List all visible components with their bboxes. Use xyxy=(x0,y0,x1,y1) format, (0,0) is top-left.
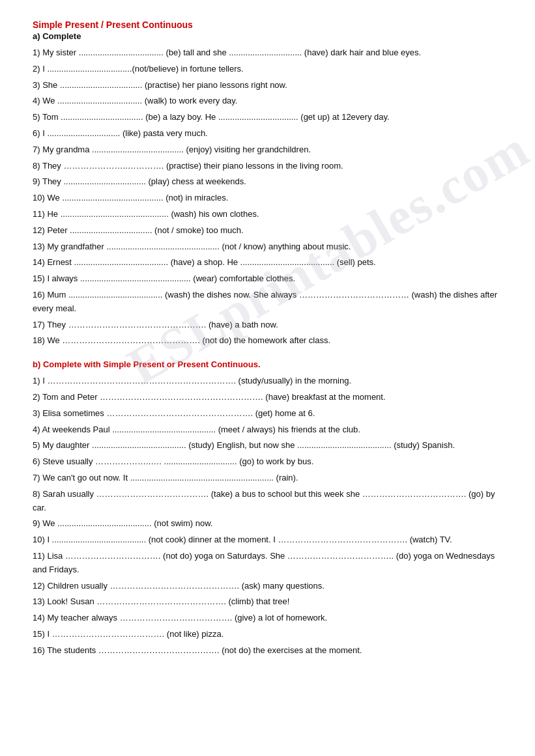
list-item: 12) Children usually ………………………………………. (a… xyxy=(33,580,502,593)
list-item: 2) Tom and Peter …………………………………………………. (h… xyxy=(33,391,502,404)
list-item: 10) I ..................................… xyxy=(33,533,502,547)
list-item: 18) We …………………………………………. (not do) the ho… xyxy=(33,334,502,348)
list-item: 8) Sarah usually …………………………………. (take) a… xyxy=(33,488,502,515)
list-item: 1) My sister ...........................… xyxy=(33,46,502,60)
list-item: 15) I …………………………………. (not like) pizza. xyxy=(33,628,502,641)
list-item: 7) My grandma ..........................… xyxy=(33,143,502,157)
list-item: 16) Mum ................................… xyxy=(33,288,502,316)
list-item: 5) Tom .................................… xyxy=(33,111,502,124)
list-item: 9) We ..................................… xyxy=(33,517,502,531)
section-a-subtitle: a) Complete xyxy=(33,31,502,41)
list-item: 4) We ..................................… xyxy=(33,94,502,108)
list-item: 9) They ................................… xyxy=(33,175,502,189)
list-item: 2) I ...................................… xyxy=(33,63,502,76)
list-item: 6) I ............................... (li… xyxy=(33,127,502,141)
list-item: 17) They …………………………………………. (have) a bath… xyxy=(33,318,502,332)
list-item: 14) My teacher always …………………………………. (gi… xyxy=(33,611,502,625)
list-item: 13) My grandfather .....................… xyxy=(33,240,502,254)
list-item: 16) The students ……………………………………. (not do… xyxy=(33,644,502,658)
list-item: 4) At weekends Paul ....................… xyxy=(33,423,502,437)
list-item: 10) We .................................… xyxy=(33,191,502,205)
list-item: 14) Ernest .............................… xyxy=(33,256,502,270)
section-a-block: 1) My sister ...........................… xyxy=(33,46,502,348)
title: Simple Present / Present Continuous xyxy=(33,20,502,30)
section-b-block: 1) I …………………………………………………………. (study/usua… xyxy=(33,374,502,657)
list-item: 3) She .................................… xyxy=(33,79,502,92)
list-item: 7) We can't go out now. It .............… xyxy=(33,471,502,485)
list-item: 8) They …………………..…………. (practise) their … xyxy=(33,160,502,173)
list-item: 11) He .................................… xyxy=(33,208,502,221)
section-b-title: b) Complete with Simple Present or Prese… xyxy=(33,359,261,369)
list-item: 1) I …………………………………………………………. (study/usua… xyxy=(33,374,502,388)
list-item: 6) Steve usually ………………..…. ............… xyxy=(33,455,502,469)
section-b-header: b) Complete with Simple Present or Prese… xyxy=(33,359,502,369)
list-item: 5) My daughter .........................… xyxy=(33,439,502,453)
list-item: 3) Elisa sometimes ……………………………………………. (g… xyxy=(33,407,502,421)
list-item: 13) Look! Susan ………………………………………. (climb)… xyxy=(33,595,502,609)
list-item: 11) Lisa ……………………………. (not do) yoga on S… xyxy=(33,550,502,577)
list-item: 15) I always ...........................… xyxy=(33,272,502,286)
list-item: 12) Peter ..............................… xyxy=(33,224,502,238)
